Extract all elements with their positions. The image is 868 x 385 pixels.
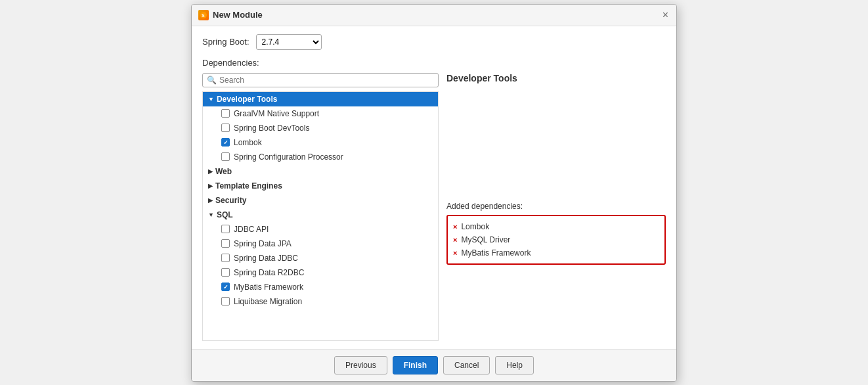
- group-template-engines[interactable]: ▶ Template Engines: [203, 179, 438, 193]
- list-item[interactable]: Spring Configuration Processor: [203, 150, 438, 164]
- finish-button[interactable]: Finish: [393, 356, 438, 374]
- group-sql[interactable]: ▼ SQL: [203, 208, 438, 222]
- sql-items: JDBC API Spring Data JPA Spring Data JDB…: [203, 222, 438, 309]
- item-label: Spring Data JDBC: [234, 254, 298, 263]
- group-label: SQL: [217, 210, 233, 219]
- jdbc-api-checkbox[interactable]: [221, 225, 230, 233]
- list-item[interactable]: MyBatis Framework: [203, 280, 438, 294]
- search-box[interactable]: 🔍: [202, 73, 439, 87]
- left-panel: 🔍 ▼ Developer Tools GraalVM Native Suppo…: [202, 73, 439, 341]
- svg-text:S: S: [202, 13, 205, 18]
- chevron-right-icon: ▶: [208, 168, 213, 175]
- group-web[interactable]: ▶ Web: [203, 164, 438, 179]
- cancel-button[interactable]: Cancel: [443, 356, 490, 374]
- developer-tools-items: GraalVM Native Support Spring Boot DevTo…: [203, 106, 438, 164]
- config-processor-checkbox[interactable]: [221, 152, 230, 161]
- item-label: Spring Data JPA: [234, 239, 292, 248]
- dep-name: MyBatis Framework: [461, 248, 531, 258]
- dep-item-mysql: × MySQL Driver: [453, 233, 659, 246]
- item-label: Spring Boot DevTools: [234, 124, 309, 133]
- group-developer-tools[interactable]: ▼ Developer Tools: [203, 92, 438, 106]
- added-deps-section: Added dependencies: × Lombok × MySQL Dri…: [446, 202, 666, 265]
- item-label: GraalVM Native Support: [234, 109, 319, 118]
- dialog-footer: Previous Finish Cancel Help: [192, 349, 676, 381]
- dep-name: MySQL Driver: [461, 235, 510, 244]
- dep-item-mybatis: × MyBatis Framework: [453, 246, 659, 260]
- chevron-right-icon: ▶: [208, 197, 213, 204]
- spring-data-jpa-checkbox[interactable]: [221, 239, 230, 248]
- group-label: Security: [215, 196, 246, 205]
- chevron-down-icon: ▼: [208, 212, 214, 218]
- spring-data-r2dbc-checkbox[interactable]: [221, 268, 230, 277]
- item-label: Spring Data R2DBC: [234, 268, 304, 277]
- group-label: Template Engines: [215, 181, 282, 191]
- list-item[interactable]: Spring Boot DevTools: [203, 121, 438, 135]
- remove-mybatis-button[interactable]: ×: [453, 249, 457, 257]
- new-module-dialog: S New Module × Spring Boot: 2.7.4 2.7.3 …: [191, 4, 677, 382]
- added-deps-box: × Lombok × MySQL Driver × MyBatis Framew…: [446, 215, 666, 265]
- remove-mysql-button[interactable]: ×: [453, 236, 457, 244]
- title-bar-left: S New Module: [198, 10, 263, 20]
- group-security[interactable]: ▶ Security: [203, 193, 438, 208]
- list-item[interactable]: Liquibase Migration: [203, 294, 438, 309]
- lombok-checkbox[interactable]: [221, 138, 230, 147]
- spring-boot-row: Spring Boot: 2.7.4 2.7.3 2.7.2 3.0.0: [202, 34, 666, 50]
- close-button[interactable]: ×: [661, 10, 670, 20]
- graalvm-checkbox[interactable]: [221, 109, 230, 118]
- item-label: MyBatis Framework: [234, 283, 303, 292]
- remove-lombok-button[interactable]: ×: [453, 223, 457, 231]
- dep-item-lombok: × Lombok: [453, 220, 659, 233]
- item-label: JDBC API: [234, 225, 269, 234]
- chevron-down-icon: ▼: [208, 96, 214, 102]
- added-deps-label: Added dependencies:: [446, 202, 666, 211]
- list-item[interactable]: JDBC API: [203, 222, 438, 237]
- right-panel: Developer Tools Added dependencies: × Lo…: [446, 73, 666, 341]
- list-item[interactable]: Spring Data R2DBC: [203, 265, 438, 280]
- item-label: Spring Configuration Processor: [234, 152, 343, 162]
- dialog-title: New Module: [213, 10, 263, 20]
- title-bar: S New Module ×: [192, 5, 676, 26]
- item-label: Lombok: [234, 138, 262, 147]
- spring-boot-label: Spring Boot:: [202, 37, 250, 47]
- mybatis-checkbox[interactable]: [221, 283, 230, 291]
- liquibase-checkbox[interactable]: [221, 297, 230, 306]
- group-label: Web: [215, 167, 232, 176]
- item-label: Liquibase Migration: [234, 297, 302, 306]
- previous-button[interactable]: Previous: [334, 356, 387, 374]
- dependency-tree: ▼ Developer Tools GraalVM Native Support…: [202, 91, 439, 341]
- search-icon: 🔍: [207, 76, 217, 85]
- list-item[interactable]: Lombok: [203, 135, 438, 150]
- right-panel-title: Developer Tools: [446, 73, 666, 83]
- app-icon: S: [198, 10, 209, 20]
- dependencies-label: Dependencies:: [202, 58, 666, 68]
- spring-data-jdbc-checkbox[interactable]: [221, 254, 230, 262]
- dep-name: Lombok: [461, 222, 489, 231]
- help-button[interactable]: Help: [495, 356, 534, 374]
- list-item[interactable]: GraalVM Native Support: [203, 106, 438, 121]
- main-content: 🔍 ▼ Developer Tools GraalVM Native Suppo…: [202, 73, 666, 341]
- dialog-body: Spring Boot: 2.7.4 2.7.3 2.7.2 3.0.0 Dep…: [192, 26, 676, 349]
- chevron-right-icon: ▶: [208, 183, 213, 189]
- spring-boot-select[interactable]: 2.7.4 2.7.3 2.7.2 3.0.0: [256, 34, 322, 50]
- group-label: Developer Tools: [217, 95, 277, 104]
- search-input[interactable]: [219, 76, 434, 85]
- devtools-checkbox[interactable]: [221, 124, 230, 132]
- list-item[interactable]: Spring Data JPA: [203, 237, 438, 251]
- list-item[interactable]: Spring Data JDBC: [203, 251, 438, 265]
